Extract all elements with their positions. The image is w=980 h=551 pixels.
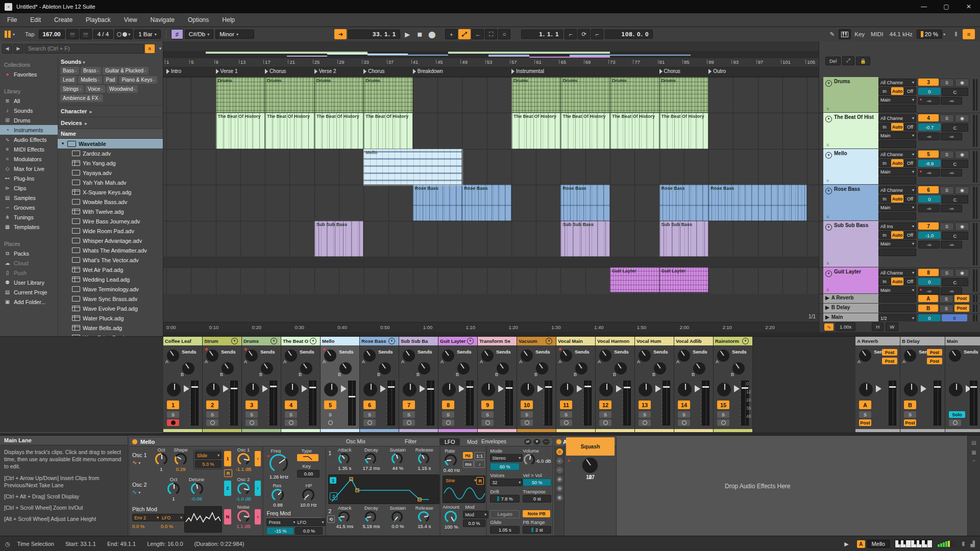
fader-cap[interactable] <box>663 386 670 388</box>
sidebar-item-favorites[interactable]: ● Favorites <box>0 69 58 79</box>
browser-list-item[interactable]: Whats The Antimatter.adv <box>58 245 163 255</box>
return-post-toggle[interactable]: Post <box>954 305 969 312</box>
strip-activator[interactable]: 1 <box>167 400 179 409</box>
arrangement-clip[interactable]: Guit Layter <box>610 267 659 292</box>
mixer-strip[interactable]: Drums▼ Sends A B 3 S <box>242 337 281 432</box>
track-grip-icon[interactable]: ≡ <box>826 214 829 219</box>
return-name-cell[interactable]: ▶A Reverb <box>823 294 878 303</box>
strip-activator[interactable]: 9 <box>481 400 494 409</box>
strip-solo-button[interactable]: S <box>560 411 572 418</box>
return-solo-button[interactable]: S <box>939 295 953 303</box>
filter-chip[interactable]: Woodwind› <box>107 85 138 93</box>
mixer-strip[interactable]: The Beat O▼ Sends A B 4 S <box>281 337 321 432</box>
strip-solo-button[interactable]: S <box>403 411 415 418</box>
track-pan-field[interactable]: C <box>942 123 968 132</box>
track-name-cell[interactable]: ▼Mello ≡ <box>823 149 878 184</box>
rack-chain-list-icon[interactable]: ≣ <box>556 494 563 501</box>
lfo-sync-button[interactable]: ♪ <box>474 460 485 468</box>
strip-arm-button[interactable] <box>324 419 336 426</box>
send-a-knob[interactable] <box>246 349 258 362</box>
track-volume-field[interactable]: 0 <box>918 88 941 95</box>
lfo-ms-button[interactable]: ms <box>463 460 474 468</box>
strip-activator[interactable]: 6 <box>363 400 376 409</box>
noise-expand-button[interactable]: › <box>255 509 261 524</box>
arrangement-clip[interactable]: Drums <box>363 77 413 113</box>
wavetable-device[interactable]: Mello Osc Mix Filter Envelopes LFO Mod ⇄… <box>129 437 553 536</box>
monitor-in-button[interactable]: In <box>878 231 891 239</box>
sidebar-places-item[interactable]: ▤ Current Proje <box>0 287 58 297</box>
lfo-tab[interactable]: LFO <box>439 438 460 445</box>
midi-keyboard-icon[interactable] <box>895 540 933 548</box>
character-section[interactable]: Character► <box>58 106 163 117</box>
filter-hp-knob[interactable] <box>302 489 314 501</box>
send-b-knob[interactable] <box>497 362 509 374</box>
menu-item[interactable]: View <box>124 16 137 23</box>
browser-list-item[interactable]: Water Bells.adg <box>58 323 163 333</box>
strip-activator[interactable]: 12 <box>599 400 611 409</box>
pan-knob[interactable] <box>481 383 495 396</box>
fader-cap[interactable] <box>388 386 395 388</box>
key-scale-icon[interactable]: ♯ <box>171 29 183 39</box>
fader-cap[interactable] <box>584 386 591 387</box>
arrangement-clip[interactable]: Rose Bass <box>462 185 511 221</box>
send-a-field[interactable]: -∞ <box>918 205 940 212</box>
arrangement-clip[interactable]: Drums <box>265 77 314 113</box>
time-selection-overlay[interactable] <box>363 149 463 186</box>
return-solo-button[interactable]: S <box>859 411 871 418</box>
volume-fader[interactable] <box>427 381 434 425</box>
strip-solo-button[interactable]: S <box>481 411 494 418</box>
close-button[interactable]: ✕ <box>958 0 980 13</box>
arrangement-clip[interactable]: Sub Sub Bass <box>314 221 364 257</box>
device-view-toggle-icon[interactable]: ▦ <box>971 449 976 455</box>
sidebar-library-item[interactable]: ♪ Sounds <box>0 106 58 115</box>
filter-res-knob[interactable] <box>272 489 284 501</box>
lfo-hz-button[interactable]: Hz <box>463 452 473 459</box>
track-name-cell[interactable]: ▼Guit Layter ≡ <box>823 267 878 293</box>
strip-arm-button[interactable] <box>246 419 258 426</box>
output-routing-menu[interactable]: Main▾ <box>878 168 916 176</box>
arrangement-clip[interactable]: The Beat Of History <box>363 113 413 149</box>
strip-solo-button[interactable]: S <box>246 411 258 418</box>
track-arm-button[interactable]: ◉ <box>955 79 969 87</box>
monitor-auto-button[interactable]: Auto <box>891 195 903 203</box>
lfo-ratio-button[interactable]: 1:1 <box>474 452 485 460</box>
input-routing-menu[interactable]: All Channe▾ <box>878 186 916 194</box>
strip-arm-button[interactable] <box>285 419 297 426</box>
arrangement-clip[interactable]: Sub Sub Bass <box>560 221 610 257</box>
strip-solo-button[interactable]: S <box>521 411 533 418</box>
draw-mode-button[interactable]: ✎ <box>826 30 838 39</box>
main-fader[interactable] <box>970 381 977 425</box>
browser-list-item[interactable]: Wedding Lead.adg <box>58 274 163 284</box>
strip-fold-icon[interactable]: ▼ <box>271 338 277 344</box>
osc1-on-button[interactable]: 1 <box>224 451 231 466</box>
retrigger-button[interactable]: R <box>224 469 232 477</box>
send-a-knob[interactable] <box>639 349 651 362</box>
send-a-knob[interactable] <box>560 349 572 362</box>
arrangement-position-field[interactable]: 33. 1. 1 <box>348 30 400 39</box>
send-b-knob[interactable] <box>300 362 312 374</box>
sidebar-library-item[interactable]: ⋔ Tunings <box>0 212 58 222</box>
freq-mod-amt1-field[interactable]: -15 % <box>266 527 294 535</box>
send-b-field[interactable]: -∞ <box>941 169 962 177</box>
return-activator[interactable]: A <box>859 400 871 409</box>
fader-cap[interactable] <box>545 386 552 388</box>
volume-fader[interactable] <box>663 381 670 425</box>
pitch-mod-src2-menu[interactable]: LFO▾ <box>160 514 184 521</box>
send-a-field[interactable]: -∞ <box>918 241 940 248</box>
mixer-strip-name[interactable]: Coffee Leaf▼ <box>163 337 202 345</box>
main-pan-knob[interactable] <box>949 383 963 396</box>
osc1-effect-mode-menu[interactable]: Slide▾ <box>195 452 222 459</box>
strip-fold-icon[interactable]: ▼ <box>742 338 749 344</box>
browser-folder-wavetable[interactable]: ▼ Wavetable <box>58 139 163 148</box>
strip-arm-button[interactable] <box>167 419 179 426</box>
return-post-badge[interactable]: Post <box>859 419 871 426</box>
send-a-knob[interactable] <box>167 349 179 362</box>
browser-list-item[interactable]: Wide Room Pad.adv <box>58 226 163 236</box>
track-fold-icon[interactable]: ▼ <box>825 188 832 194</box>
strip-fold-icon[interactable]: ▼ <box>388 338 395 344</box>
strip-activator[interactable]: 11 <box>560 400 572 409</box>
sidebar-library-item[interactable]: ⊳ Clips <box>0 183 58 193</box>
strip-fold-icon[interactable]: ▼ <box>231 338 238 344</box>
stop-button[interactable]: ◼ <box>414 30 425 39</box>
track-volume-field[interactable]: -8.9 <box>918 160 941 167</box>
